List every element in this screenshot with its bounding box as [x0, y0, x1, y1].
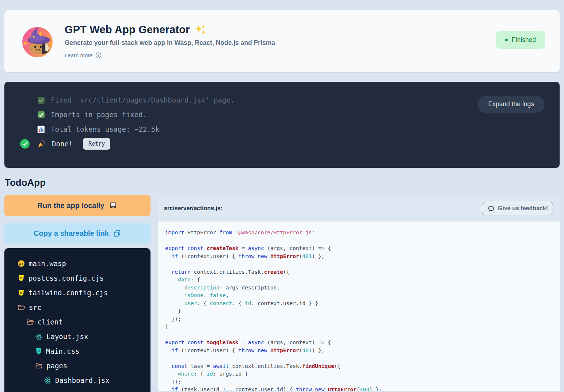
party-popper-icon	[37, 139, 46, 148]
status-badge-label: Finished	[512, 36, 536, 44]
folder-icon	[35, 362, 43, 369]
log-line-text: Imports in pages fixed.	[51, 111, 147, 119]
js-file-icon: S	[18, 289, 25, 296]
file-tree-item[interactable]: pages	[4, 358, 150, 373]
page-title: GPT Web App Generator	[65, 24, 275, 36]
question-circle-icon	[95, 52, 102, 58]
react-file-icon	[35, 333, 43, 341]
header-text-block: GPT Web App Generator Generate your full…	[65, 24, 275, 59]
run-app-label: Run the app locally	[37, 201, 104, 210]
wasp-mage-logo	[20, 24, 55, 59]
page: GPT Web App Generator Generate your full…	[0, 0, 564, 392]
file-tree-item-label: postcss.config.cjs	[28, 274, 104, 282]
copy-link-button[interactable]: Copy a shareable link	[4, 223, 150, 243]
log-panel: Fixed 'src/client/pages/Dashboard.jsx' p…	[4, 82, 560, 168]
file-tree-item-label: src	[29, 303, 41, 311]
log-line: Fixed 'src/client/pages/Dashboard.jsx' p…	[4, 93, 560, 107]
file-tree-item[interactable]: Spostcss.config.cjs	[4, 271, 150, 285]
header-card: GPT Web App Generator Generate your full…	[4, 10, 560, 72]
feedback-button[interactable]: Give us feedback!	[482, 202, 553, 215]
code-body: import HttpError from '@wasp/core/HttpEr…	[158, 222, 560, 391]
file-tree-item-label: pages	[46, 362, 67, 370]
status-dot-icon	[505, 39, 508, 41]
status-badge: Finished	[496, 31, 545, 49]
svg-text:S: S	[20, 291, 22, 295]
learn-more-link[interactable]: Learn more	[65, 52, 102, 58]
check-emoji-icon	[37, 96, 45, 104]
file-tree-item[interactable]: Stailwind.config.cjs	[4, 285, 150, 300]
retry-button[interactable]: Retry	[83, 138, 110, 150]
code-filename: src/server/actions.js:	[164, 205, 222, 212]
code-block: import HttpError from '@wasp/core/HttpEr…	[158, 222, 560, 391]
folder-icon	[26, 319, 34, 326]
copy-icon	[113, 229, 121, 238]
js-file-icon: S	[18, 274, 25, 282]
log-lines: Fixed 'src/client/pages/Dashboard.jsx' p…	[4, 93, 560, 137]
expand-logs-button[interactable]: Expand the logs	[477, 96, 545, 113]
file-tree-item[interactable]: Login.jsx	[4, 388, 150, 392]
file-tree-item-label: client	[38, 318, 63, 326]
react-file-icon	[44, 377, 52, 384]
sidebar: Run the app locally Copy a shareable lin…	[4, 195, 150, 392]
copy-link-label: Copy a shareable link	[34, 229, 109, 238]
wasp-file-icon: =)	[18, 260, 25, 267]
file-tree-item-label: Layout.jsx	[46, 333, 88, 341]
svg-text:=): =)	[19, 262, 23, 266]
speech-bubble-icon	[487, 205, 495, 212]
page-subtitle: Generate your full-stack web app in Wasp…	[65, 39, 275, 47]
file-tree-item[interactable]: =)main.wasp	[4, 256, 150, 271]
learn-more-label: Learn more	[65, 52, 93, 58]
file-tree-item[interactable]: src	[4, 300, 150, 315]
page-title-text: GPT Web App Generator	[65, 24, 190, 36]
done-text: Done!	[52, 140, 73, 148]
laptop-icon	[108, 201, 118, 210]
done-line: Done! Retry	[4, 137, 560, 151]
green-check-circle-icon	[20, 139, 30, 149]
project-title: TodoApp	[5, 177, 560, 188]
file-tree-item-label: tailwind.config.cjs	[28, 289, 108, 297]
svg-text:3: 3	[38, 349, 39, 353]
folder-icon	[18, 304, 25, 311]
check-emoji-icon	[37, 111, 45, 119]
log-line: Imports in pages fixed.	[4, 107, 560, 122]
log-line: Total tokens usage: ~22.5k	[4, 122, 560, 137]
file-tree-item-label: main.wasp	[28, 260, 66, 268]
file-tree-item[interactable]: Dashboard.jsx	[4, 373, 150, 388]
run-app-button[interactable]: Run the app locally	[4, 195, 150, 216]
file-tree-item[interactable]: 3Main.css	[4, 344, 150, 358]
file-tree: =)main.waspSpostcss.config.cjsStailwind.…	[4, 248, 150, 392]
css-file-icon: 3	[35, 347, 42, 355]
svg-text:S: S	[20, 276, 22, 280]
file-tree-item-label: Dashboard.jsx	[55, 376, 110, 384]
bar-chart-icon	[37, 126, 45, 133]
file-tree-item-label: Main.css	[46, 347, 80, 355]
code-panel-header: src/server/actions.js: Give us feedback!	[158, 195, 560, 222]
sparkles-icon	[194, 24, 207, 35]
log-line-text: Total tokens usage: ~22.5k	[51, 125, 159, 133]
code-panel: src/server/actions.js: Give us feedback!…	[158, 195, 560, 391]
file-tree-item[interactable]: client	[4, 315, 150, 329]
log-line-text: Fixed 'src/client/pages/Dashboard.jsx' p…	[51, 96, 235, 104]
feedback-label: Give us feedback!	[498, 205, 548, 212]
workspace: Run the app locally Copy a shareable lin…	[4, 195, 560, 392]
file-tree-item[interactable]: Layout.jsx	[4, 329, 150, 344]
